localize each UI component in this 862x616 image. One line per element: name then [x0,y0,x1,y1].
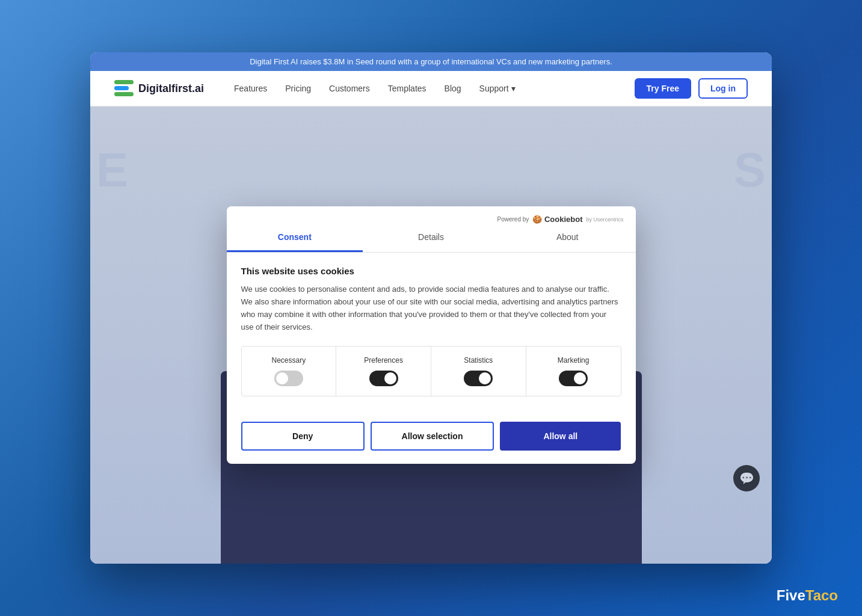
toggle-necessary-label: Necessary [272,356,306,365]
nav-pricing[interactable]: Pricing [285,84,311,93]
tab-consent[interactable]: Consent [227,224,363,252]
logo-area: Digitalfirst.ai [114,80,204,97]
toggle-marketing-switch[interactable] [559,371,588,386]
login-button[interactable]: Log in [698,78,748,99]
deny-button[interactable]: Deny [241,422,365,451]
main-content: E S Generate Innovative Product Ideas Us… [90,106,772,564]
toggle-necessary-switch[interactable] [274,371,303,386]
tab-about[interactable]: About [499,224,636,252]
logo-icon [114,80,134,97]
toggle-statistics-label: Statistics [464,356,493,365]
cookie-header: Powered by 🍪 Cookiebot by Usercentrics [227,206,636,224]
toggle-statistics-knob [479,372,491,384]
toggle-necessary: Necessary [242,346,337,396]
taco-text: Taco [805,587,838,603]
announcement-bar: Digital First AI raises $3.8M in Seed ro… [90,52,772,71]
modal-overlay: Powered by 🍪 Cookiebot by Usercentrics C… [90,106,772,564]
nav-customers[interactable]: Customers [329,84,370,93]
try-free-button[interactable]: Try Free [635,78,691,99]
toggle-marketing: Marketing [526,346,621,396]
cookiebot-sub: by Usercentrics [586,217,623,223]
toggle-preferences: Preferences [336,346,431,396]
powered-by-text: Powered by [497,216,529,223]
navbar: Digitalfirst.ai Features Pricing Custome… [90,71,772,106]
nav-links: Features Pricing Customers Templates Blo… [234,84,634,93]
nav-support[interactable]: Support ▾ [479,84,516,93]
allow-all-button[interactable]: Allow all [500,422,621,451]
cookie-body-text: We use cookies to personalise content an… [241,283,621,333]
cookie-toggles: Necessary Preferences [241,346,621,396]
nav-features[interactable]: Features [234,84,267,93]
logo-text: Digitalfirst.ai [138,82,204,95]
nav-actions: Try Free Log in [635,78,748,99]
cookie-body: This website uses cookies We use cookies… [227,253,636,421]
toggle-preferences-knob [384,372,396,384]
toggle-statistics-switch[interactable] [464,371,493,386]
cookiebot-logo: Powered by 🍪 Cookiebot by Usercentrics [497,215,623,224]
cookie-modal: Powered by 🍪 Cookiebot by Usercentrics C… [227,206,636,463]
toggle-preferences-switch[interactable] [369,371,398,386]
cookie-title: This website uses cookies [241,266,621,276]
tab-details[interactable]: Details [363,224,499,252]
cookiebot-brand: 🍪 Cookiebot [532,215,582,224]
nav-blog[interactable]: Blog [445,84,461,93]
cookie-tabs: Consent Details About [227,224,636,253]
five-text: Five [777,587,805,603]
allow-selection-button[interactable]: Allow selection [371,422,494,451]
cookie-actions: Deny Allow selection Allow all [227,422,636,464]
nav-templates[interactable]: Templates [388,84,426,93]
toggle-marketing-knob [574,372,586,384]
announcement-text: Digital First AI raises $3.8M in Seed ro… [250,57,612,66]
browser-frame: Digital First AI raises $3.8M in Seed ro… [90,52,772,564]
fivetaco-brand: FiveTaco [777,587,838,604]
toggle-statistics: Statistics [431,346,526,396]
toggle-preferences-label: Preferences [364,356,403,365]
toggle-marketing-label: Marketing [558,356,590,365]
toggle-necessary-knob [276,372,288,384]
